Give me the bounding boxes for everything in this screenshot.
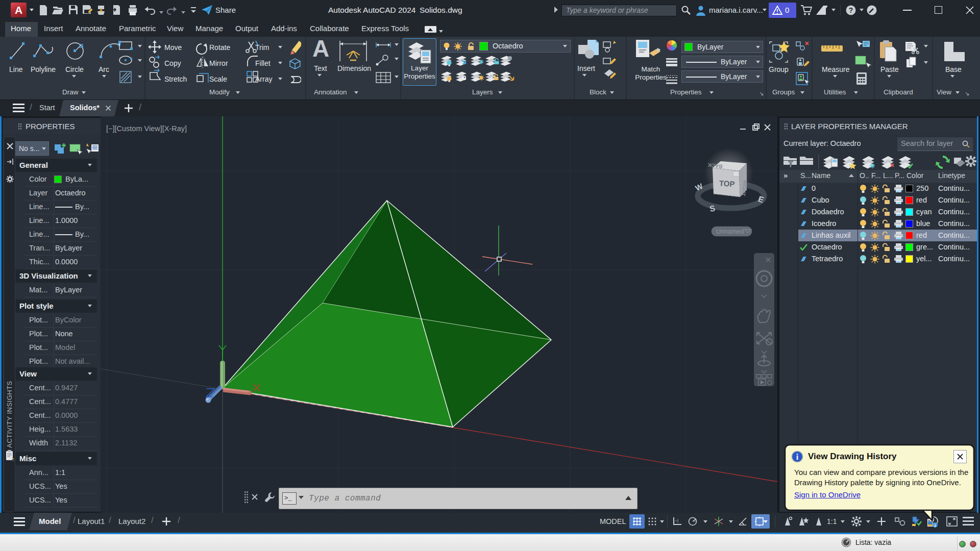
svg-text:i: i bbox=[796, 453, 799, 461]
svg-text:TOP: TOP bbox=[719, 179, 734, 188]
svg-text:?: ? bbox=[849, 6, 853, 14]
svg-text:Unnamed: Unnamed bbox=[716, 228, 744, 235]
